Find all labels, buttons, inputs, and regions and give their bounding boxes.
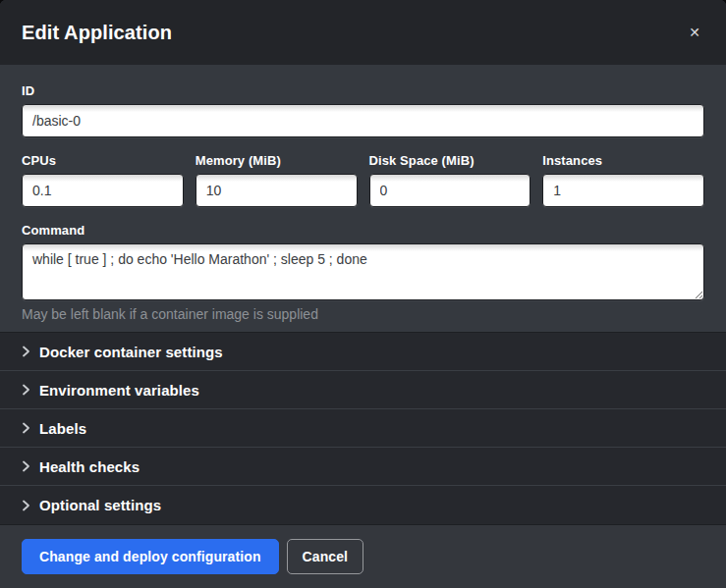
- memory-label: Memory (MiB): [195, 153, 358, 168]
- command-help-text: May be left blank if a container image i…: [22, 306, 704, 322]
- instances-input[interactable]: [542, 174, 704, 207]
- section-labels[interactable]: Labels: [0, 409, 726, 448]
- section-optional-settings[interactable]: Optional settings: [0, 486, 726, 524]
- id-field-group: ID: [22, 83, 704, 137]
- cpus-label: CPUs: [22, 153, 184, 168]
- section-docker-container-settings[interactable]: Docker container settings: [0, 333, 726, 371]
- close-icon[interactable]: ✕: [685, 22, 704, 43]
- disk-input[interactable]: [369, 174, 531, 207]
- cpus-input[interactable]: [22, 174, 184, 207]
- instances-label: Instances: [542, 153, 704, 168]
- command-label: Command: [22, 223, 704, 238]
- instances-field-group: Instances: [542, 153, 704, 207]
- section-health-checks[interactable]: Health checks: [0, 448, 726, 486]
- resources-row: CPUs Memory (MiB) Disk Space (MiB) Insta…: [22, 153, 704, 207]
- edit-application-modal: Edit Application ✕ ID CPUs Memory (MiB) …: [0, 0, 726, 588]
- section-environment-variables[interactable]: Environment variables: [0, 371, 726, 409]
- modal-footer: Change and deploy configuration Cancel: [0, 524, 726, 588]
- disk-label: Disk Space (MiB): [369, 153, 531, 168]
- id-label: ID: [22, 83, 704, 98]
- chevron-right-icon: [22, 500, 30, 511]
- cpus-field-group: CPUs: [22, 153, 184, 207]
- disk-field-group: Disk Space (MiB): [369, 153, 531, 207]
- collapsible-sections: Docker container settings Environment va…: [0, 332, 726, 524]
- modal-header: Edit Application ✕: [0, 0, 726, 65]
- section-label: Docker container settings: [39, 344, 223, 360]
- chevron-right-icon: [22, 384, 30, 396]
- change-and-deploy-button[interactable]: Change and deploy configuration: [22, 539, 279, 574]
- modal-title: Edit Application: [22, 22, 172, 44]
- command-textarea[interactable]: while [ true ] ; do echo 'Hello Marathon…: [22, 243, 704, 300]
- chevron-right-icon: [22, 422, 30, 434]
- memory-input[interactable]: [195, 174, 358, 207]
- section-label: Optional settings: [39, 497, 161, 513]
- chevron-right-icon: [22, 346, 30, 357]
- command-field-group: Command while [ true ] ; do echo 'Hello …: [22, 223, 704, 322]
- memory-field-group: Memory (MiB): [195, 153, 358, 207]
- id-input[interactable]: [22, 104, 704, 137]
- cancel-button[interactable]: Cancel: [287, 539, 364, 574]
- section-label: Environment variables: [39, 382, 199, 399]
- modal-body: ID CPUs Memory (MiB) Disk Space (MiB) In…: [0, 65, 726, 332]
- section-label: Labels: [39, 420, 86, 437]
- section-label: Health checks: [39, 458, 140, 475]
- chevron-right-icon: [22, 460, 30, 472]
